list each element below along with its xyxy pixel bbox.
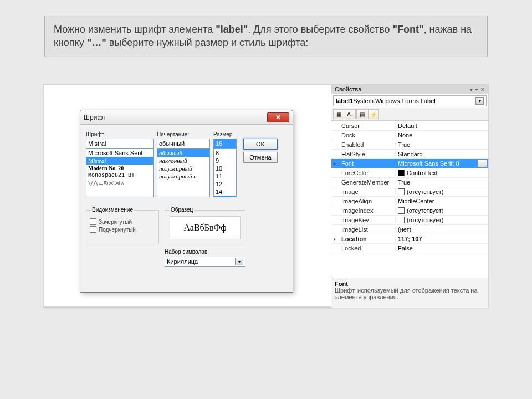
color-swatch-icon — [398, 217, 405, 223]
property-row[interactable]: ▸Location117; 107 — [331, 234, 488, 244]
expand-icon[interactable]: ▸ — [334, 161, 336, 166]
dropdown-icon[interactable]: ▾ — [470, 86, 473, 93]
list-item[interactable]: Modern No. 20 — [86, 165, 153, 172]
sample-group: Образец АаBбБвФф — [165, 210, 245, 244]
font-input[interactable]: Mistral — [86, 139, 154, 149]
property-value[interactable]: (отсутствует) — [396, 188, 488, 195]
property-row[interactable]: CursorDefault — [331, 121, 488, 131]
property-row[interactable]: ImageList(нет) — [331, 225, 488, 234]
instr-t4: выберите нужный размер и стиль шрифта: — [106, 37, 309, 48]
property-row[interactable]: DockNone — [331, 131, 488, 140]
property-row[interactable]: GenerateMemberTrue — [331, 178, 488, 187]
instr-t1: Можно изменить шрифт элемента — [54, 24, 216, 35]
list-item[interactable]: 8 — [214, 149, 236, 157]
instr-b2: "Font" — [393, 24, 424, 35]
list-item[interactable]: 12 — [214, 180, 236, 188]
property-value[interactable]: ControlText — [396, 170, 488, 176]
property-value[interactable]: (отсутствует) — [396, 217, 488, 223]
sample-box: АаBбБвФф — [170, 216, 241, 239]
property-value[interactable]: Standard — [396, 151, 488, 157]
property-name: Locked — [331, 245, 396, 252]
property-value[interactable]: None — [396, 132, 488, 139]
property-value[interactable]: (нет) — [396, 226, 488, 233]
property-value[interactable]: (отсутствует) — [396, 207, 488, 214]
list-item[interactable]: 9 — [214, 157, 236, 165]
color-swatch-icon — [398, 188, 405, 195]
list-item[interactable]: обычный — [157, 149, 209, 157]
expand-icon[interactable]: ▸ — [334, 236, 336, 242]
list-item[interactable]: 14 — [214, 188, 236, 196]
property-value[interactable]: 117; 107 — [396, 236, 488, 242]
property-row[interactable]: ImageAlignMiddleCenter — [331, 197, 488, 206]
instr-t2: . Для этого выберите свойство — [248, 24, 392, 35]
list-item[interactable]: ⋁⋀⊂⋑⋉⋊⋏ — [86, 179, 153, 187]
property-row[interactable]: Image(отсутствует) — [331, 187, 488, 197]
property-value[interactable]: MiddleCenter — [396, 198, 488, 204]
property-value[interactable]: Microsoft Sans Serif; 8… — [396, 160, 488, 167]
group-label: Видоизменение — [91, 207, 134, 213]
properties-grid[interactable]: CursorDefaultDockNoneEnabledTrueFlatStyl… — [331, 121, 488, 278]
size-list[interactable]: 8 9 10 11 12 14 16 — [213, 149, 237, 197]
list-item[interactable]: Monospac821 BT — [86, 172, 153, 179]
property-row[interactable]: ▸FontMicrosoft Sans Serif; 8… — [331, 159, 488, 168]
charset-value: Кириллица — [167, 258, 198, 265]
events-button[interactable]: ⚡ — [368, 109, 379, 119]
strike-checkbox[interactable]: Зачеркнутый — [90, 218, 155, 225]
object-type: System.Windows.Forms.Label — [353, 98, 436, 104]
property-value[interactable]: True — [396, 141, 488, 148]
properties-header[interactable]: Свойства ▾ ⫧ ✕ — [331, 85, 488, 94]
property-row[interactable]: ForeColorControlText — [331, 168, 488, 178]
list-item[interactable]: полужирный — [157, 165, 209, 172]
property-row[interactable]: ImageKey(отсутствует) — [331, 216, 488, 225]
underline-checkbox[interactable]: Подчеркнутый — [90, 226, 155, 233]
property-name: Dock — [331, 132, 396, 139]
properties-button[interactable]: ▤ — [356, 109, 367, 119]
cancel-button[interactable]: Отмена — [243, 152, 278, 163]
close-icon[interactable]: ✕ — [480, 86, 485, 93]
size-input[interactable]: 16 — [213, 139, 237, 149]
list-item[interactable]: Microsoft Sans Serif — [86, 149, 153, 157]
property-row[interactable]: ImageIndex(отсутствует) — [331, 206, 488, 216]
property-value[interactable]: True — [396, 179, 488, 186]
list-item[interactable]: наклонный — [157, 157, 209, 165]
charset-label: Набор символов: — [165, 249, 209, 255]
property-name: FlatStyle — [331, 151, 396, 157]
close-icon: ✕ — [275, 114, 281, 121]
property-value[interactable]: False — [396, 245, 488, 252]
list-item[interactable]: полужирный н — [157, 172, 209, 180]
charset-select[interactable]: Кириллица ▾ — [165, 257, 245, 267]
ellipsis-button[interactable]: … — [477, 160, 487, 167]
ok-button[interactable]: OK — [243, 139, 278, 150]
property-name: ForeColor — [331, 170, 396, 176]
font-list[interactable]: Microsoft Sans Serif Mistral Modern No. … — [86, 149, 154, 197]
categorized-button[interactable]: ▦ — [333, 109, 344, 119]
list-item[interactable]: 10 — [214, 165, 236, 172]
color-swatch-icon — [398, 170, 405, 176]
properties-toolbar: ▦ A↓ ▤ ⚡ — [331, 108, 488, 121]
color-swatch-icon — [398, 207, 405, 214]
list-item[interactable]: 16 — [214, 196, 236, 197]
property-name: ImageIndex — [331, 207, 396, 214]
object-selector[interactable]: label1 System.Windows.Forms.Label ▾ — [333, 95, 487, 106]
property-name: ImageKey — [331, 217, 396, 223]
label-font: Шрифт: — [86, 131, 154, 137]
property-row[interactable]: LockedFalse — [331, 244, 488, 253]
style-input[interactable]: обычный — [157, 139, 210, 149]
list-item[interactable]: 11 — [214, 172, 236, 180]
titlebar[interactable]: Шрифт ✕ — [80, 110, 293, 125]
style-list[interactable]: обычный наклонный полужирный полужирный … — [157, 149, 210, 197]
property-row[interactable]: FlatStyleStandard — [331, 150, 488, 159]
desc-name: Font — [335, 280, 485, 287]
chevron-down-icon: ▾ — [235, 258, 243, 265]
alphabetical-button[interactable]: A↓ — [345, 109, 356, 119]
property-row[interactable]: EnabledTrue — [331, 140, 488, 150]
properties-panel: Свойства ▾ ⫧ ✕ label1 System.Windows.For… — [331, 85, 488, 308]
list-item[interactable]: Mistral — [86, 157, 153, 165]
instruction-panel: Можно изменить шрифт элемента "label". Д… — [44, 16, 488, 57]
property-value[interactable]: Default — [396, 122, 488, 129]
close-button[interactable]: ✕ — [267, 112, 289, 122]
label-size: Размер: — [213, 131, 237, 137]
panel-title: Свойства — [335, 86, 361, 93]
pin-icon[interactable]: ⫧ — [474, 86, 479, 93]
property-name: Image — [331, 188, 396, 195]
